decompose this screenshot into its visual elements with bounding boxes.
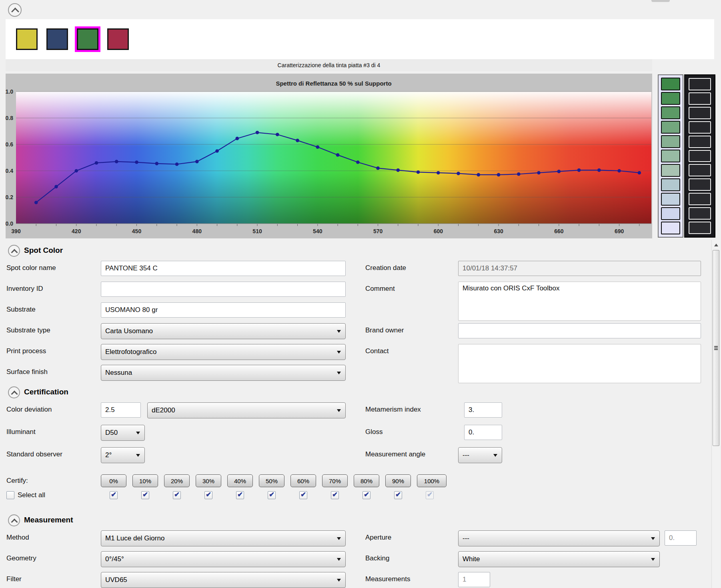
backing-value: White (463, 555, 480, 563)
certify-checkboxes (0, 491, 721, 500)
standard-observer-select[interactable]: 2° (101, 447, 145, 463)
spot-color-name-input[interactable] (101, 261, 346, 276)
chevron-down-icon (136, 432, 140, 434)
chevron-down-icon (493, 454, 497, 457)
dark-tint-ramp (684, 74, 715, 238)
color-swatch-green[interactable] (77, 28, 98, 50)
ramp-patch (661, 78, 680, 90)
aperture-size-input (665, 530, 697, 546)
certify-50%-button[interactable]: 50% (259, 474, 284, 487)
backing-label: Backing (365, 554, 389, 562)
svg-text:0.0: 0.0 (6, 220, 13, 227)
certify-40%-checkbox[interactable] (236, 491, 244, 499)
chevron-down-icon (337, 372, 341, 374)
measurement-angle-label: Measurement angle (365, 450, 425, 458)
filter-select[interactable]: UVD65 (101, 572, 346, 588)
substrate-input[interactable] (101, 302, 346, 318)
color-deviation-metric-select[interactable]: dE2000 (147, 402, 346, 418)
svg-text:1.0: 1.0 (6, 88, 13, 95)
scroll-up-button[interactable] (713, 241, 719, 249)
certify-90%-button[interactable]: 90% (385, 474, 411, 487)
filter-value: UVD65 (105, 576, 127, 584)
chevron-down-icon (337, 330, 341, 333)
certify-50%-checkbox[interactable] (268, 491, 276, 499)
select-all-checkbox[interactable] (6, 491, 14, 499)
certify-70%-button[interactable]: 70% (322, 474, 348, 487)
scrollbar-thumb[interactable] (713, 250, 719, 446)
svg-text:660: 660 (554, 228, 564, 234)
grip-icon (714, 346, 718, 350)
method-select[interactable]: M1 Luce del Giorno (101, 530, 346, 546)
certify-100%-checkbox (426, 491, 434, 499)
certify-100%-button[interactable]: 100% (417, 474, 447, 487)
ramp-patch (689, 150, 711, 162)
collapse-palette-button[interactable] (8, 3, 22, 17)
certify-80%-checkbox[interactable] (363, 491, 371, 499)
print-process-select[interactable]: Elettrofotografico (101, 344, 346, 360)
geometry-label: Geometry (6, 554, 36, 562)
comment-label: Comment (365, 285, 395, 293)
measurement-angle-value: --- (463, 451, 469, 459)
measurement-section-title: Measurement (24, 516, 73, 524)
gloss-label: Gloss (365, 428, 383, 436)
certify-0%-checkbox[interactable] (110, 491, 118, 499)
svg-text:510: 510 (252, 228, 262, 234)
color-swatch-red[interactable] (107, 28, 129, 50)
inventory-id-input[interactable] (101, 282, 346, 297)
color-deviation-label: Color deviation (6, 406, 52, 414)
certify-70%-checkbox[interactable] (331, 491, 339, 499)
swatch-bar (6, 19, 714, 59)
metamerism-index-input[interactable] (464, 402, 502, 418)
geometry-value: 0°/45° (105, 555, 124, 563)
gloss-input[interactable] (464, 425, 502, 440)
geometry-select[interactable]: 0°/45° (101, 551, 346, 567)
svg-text:570: 570 (373, 228, 383, 234)
illuminant-select[interactable]: D50 (101, 425, 145, 441)
svg-text:0.2: 0.2 (6, 194, 13, 200)
clipped-toolbar-button (651, 0, 670, 2)
certify-10%-button[interactable]: 10% (132, 474, 158, 487)
measurements-input (458, 572, 490, 587)
svg-text:540: 540 (313, 228, 322, 234)
chevron-up-icon (11, 8, 19, 16)
certify-30%-button[interactable]: 30% (196, 474, 221, 487)
certify-90%-checkbox[interactable] (394, 491, 402, 499)
color-swatch-blue[interactable] (46, 28, 68, 50)
certify-20%-button[interactable]: 20% (164, 474, 190, 487)
substrate-type-select[interactable]: Carta Usomano (101, 323, 346, 339)
svg-text:0.6: 0.6 (6, 141, 13, 148)
certify-0%-button[interactable]: 0% (101, 474, 126, 487)
backing-select[interactable]: White (458, 551, 660, 567)
surface-finish-select[interactable]: Nessuna (101, 365, 346, 381)
form-scrollbar[interactable] (711, 240, 720, 588)
ramp-patch (689, 78, 711, 90)
color-swatch-yellow[interactable] (16, 28, 38, 50)
collapse-spot-color-button[interactable] (8, 245, 20, 257)
contact-textarea[interactable] (458, 344, 701, 383)
certify-60%-button[interactable]: 60% (290, 474, 316, 487)
collapse-certification-button[interactable] (8, 386, 20, 398)
substrate-label: Substrate (6, 306, 36, 314)
svg-text:0.8: 0.8 (6, 115, 13, 121)
brand-owner-label: Brand owner (365, 326, 404, 334)
ramp-patch (689, 92, 711, 105)
illuminant-label: Illuminant (6, 428, 36, 436)
aperture-select[interactable]: --- (458, 530, 660, 546)
certify-60%-checkbox[interactable] (299, 491, 307, 499)
collapse-measurement-button[interactable] (8, 514, 20, 526)
color-deviation-input[interactable] (101, 402, 141, 418)
chevron-down-icon (337, 409, 341, 412)
measurement-angle-select[interactable]: --- (458, 447, 502, 463)
certify-40%-button[interactable]: 40% (227, 474, 253, 487)
certify-10%-checkbox[interactable] (141, 491, 149, 499)
comment-textarea[interactable]: Misurato con ORIS CxF Toolbox (458, 282, 701, 321)
certify-20%-checkbox[interactable] (173, 491, 181, 499)
brand-owner-input[interactable] (458, 323, 701, 338)
chevron-down-icon (337, 579, 341, 582)
cxf-toolbox-window: Caratterizzazione della tinta piatta #3 … (0, 0, 721, 588)
certify-30%-checkbox[interactable] (204, 491, 212, 499)
green-tint-ramp (658, 74, 683, 238)
ramp-patch (689, 178, 711, 191)
metamerism-index-label: Metamerism index (365, 406, 421, 414)
certify-80%-button[interactable]: 80% (354, 474, 379, 487)
